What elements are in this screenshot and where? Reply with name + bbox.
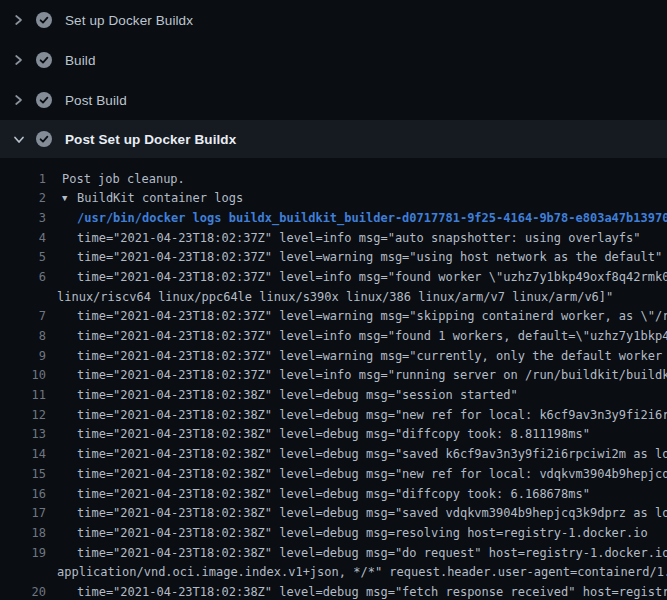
chevron-right-icon: [13, 94, 26, 106]
step-row[interactable]: Set up Docker Buildx: [0, 0, 667, 40]
step-row[interactable]: Post Build: [0, 80, 667, 120]
collapse-triangle-icon[interactable]: ▼: [62, 189, 72, 209]
log-line: 10 time="2021-04-23T18:02:37Z" level=inf…: [0, 366, 667, 386]
line-number[interactable]: 13: [0, 425, 46, 445]
chevron-right-icon: [13, 54, 26, 66]
log-text: time="2021-04-23T18:02:37Z" level=warnin…: [77, 248, 662, 268]
step-title: Set up Docker Buildx: [65, 13, 193, 28]
log-text: time="2021-04-23T18:02:38Z" level=debug …: [77, 406, 667, 426]
log-text: /usr/bin/docker logs buildx_buildkit_bui…: [77, 209, 667, 229]
log-line[interactable]: 2 ▼ BuildKit container logs: [0, 189, 667, 209]
log-line: 4 time="2021-04-23T18:02:37Z" level=info…: [0, 229, 667, 249]
log-line: application/vnd.oci.image.index.v1+json,…: [0, 563, 667, 583]
line-number[interactable]: 17: [0, 504, 46, 524]
line-number[interactable]: 5: [0, 248, 46, 268]
line-number[interactable]: 14: [0, 445, 46, 465]
line-number[interactable]: 12: [0, 406, 46, 426]
line-number[interactable]: 11: [0, 386, 46, 406]
line-number[interactable]: 18: [0, 524, 46, 544]
log-text: time="2021-04-23T18:02:38Z" level=debug …: [77, 465, 667, 485]
log-text: time="2021-04-23T18:02:37Z" level=warnin…: [77, 307, 667, 327]
log-text: time="2021-04-23T18:02:38Z" level=debug …: [77, 485, 590, 505]
step-row[interactable]: Post Set up Docker Buildx: [0, 120, 667, 158]
log-text: time="2021-04-23T18:02:38Z" level=debug …: [77, 504, 667, 524]
log-area: 1 Post job cleanup. 2 ▼ BuildKit contain…: [0, 158, 667, 600]
log-text: time="2021-04-23T18:02:37Z" level=info m…: [77, 366, 667, 386]
chevron-down-icon: [13, 134, 26, 145]
log-line: 8 time="2021-04-23T18:02:37Z" level=info…: [0, 327, 667, 347]
line-number[interactable]: 9: [0, 347, 46, 367]
log-line: 16 time="2021-04-23T18:02:38Z" level=deb…: [0, 485, 667, 505]
step-row[interactable]: Build: [0, 40, 667, 80]
log-text: linux/riscv64 linux/ppc64le linux/s390x …: [57, 288, 613, 308]
log-line: 7 time="2021-04-23T18:02:37Z" level=warn…: [0, 307, 667, 327]
log-text: time="2021-04-23T18:02:37Z" level=info m…: [77, 229, 641, 249]
log-text: time="2021-04-23T18:02:38Z" level=debug …: [77, 524, 648, 544]
log-text: time="2021-04-23T18:02:38Z" level=debug …: [77, 544, 667, 564]
line-number[interactable]: 19: [0, 544, 46, 564]
log-line: 6 time="2021-04-23T18:02:37Z" level=info…: [0, 268, 667, 288]
line-number[interactable]: 10: [0, 366, 46, 386]
log-line: 20 time="2021-04-23T18:02:38Z" level=deb…: [0, 583, 667, 600]
line-number[interactable]: 4: [0, 229, 46, 249]
line-number[interactable]: [0, 288, 46, 308]
steps-list: Set up Docker Buildx Build Post Build: [0, 0, 667, 158]
log-line: 12 time="2021-04-23T18:02:38Z" level=deb…: [0, 406, 667, 426]
line-number[interactable]: 20: [0, 583, 46, 600]
log-line: 11 time="2021-04-23T18:02:38Z" level=deb…: [0, 386, 667, 406]
check-circle-icon: [36, 92, 52, 108]
log-text: time="2021-04-23T18:02:38Z" level=debug …: [77, 425, 590, 445]
line-number[interactable]: 2: [0, 189, 46, 209]
log-line: 19 time="2021-04-23T18:02:38Z" level=deb…: [0, 544, 667, 564]
log-text: time="2021-04-23T18:02:37Z" level=warnin…: [77, 347, 667, 367]
log-text: Post job cleanup.: [62, 170, 185, 190]
log-line: 18 time="2021-04-23T18:02:38Z" level=deb…: [0, 524, 667, 544]
log-text: time="2021-04-23T18:02:38Z" level=debug …: [77, 583, 667, 600]
log-line: 5 time="2021-04-23T18:02:37Z" level=warn…: [0, 248, 667, 268]
log-line: linux/riscv64 linux/ppc64le linux/s390x …: [0, 288, 667, 308]
log-line: 15 time="2021-04-23T18:02:38Z" level=deb…: [0, 465, 667, 485]
log-text: time="2021-04-23T18:02:38Z" level=debug …: [77, 386, 518, 406]
log-line: 14 time="2021-04-23T18:02:38Z" level=deb…: [0, 445, 667, 465]
line-number[interactable]: [0, 563, 46, 583]
log-text: application/vnd.oci.image.index.v1+json,…: [57, 563, 667, 583]
line-number[interactable]: 7: [0, 307, 46, 327]
step-title: Post Build: [65, 93, 127, 108]
log-text: time="2021-04-23T18:02:37Z" level=info m…: [77, 268, 667, 288]
step-title: Build: [65, 53, 96, 68]
line-number[interactable]: 8: [0, 327, 46, 347]
log-text: time="2021-04-23T18:02:37Z" level=info m…: [77, 327, 667, 347]
log-line: 13 time="2021-04-23T18:02:38Z" level=deb…: [0, 425, 667, 445]
line-number[interactable]: 3: [0, 209, 46, 229]
step-title: Post Set up Docker Buildx: [65, 132, 236, 147]
line-number[interactable]: 6: [0, 268, 46, 288]
check-circle-icon: [36, 131, 52, 147]
chevron-right-icon: [13, 14, 26, 26]
log-line: 1 Post job cleanup.: [0, 170, 667, 190]
line-number[interactable]: 15: [0, 465, 46, 485]
log-line: 3 /usr/bin/docker logs buildx_buildkit_b…: [0, 209, 667, 229]
log-line: 17 time="2021-04-23T18:02:38Z" level=deb…: [0, 504, 667, 524]
check-circle-icon: [36, 52, 52, 68]
log-line: 9 time="2021-04-23T18:02:37Z" level=warn…: [0, 347, 667, 367]
check-circle-icon: [36, 12, 52, 28]
log-text: BuildKit container logs: [77, 189, 243, 209]
log-text: time="2021-04-23T18:02:38Z" level=debug …: [77, 445, 667, 465]
line-number[interactable]: 1: [0, 170, 46, 190]
workflow-log-viewer: Set up Docker Buildx Build Post Build: [0, 0, 667, 600]
line-number[interactable]: 16: [0, 485, 46, 505]
